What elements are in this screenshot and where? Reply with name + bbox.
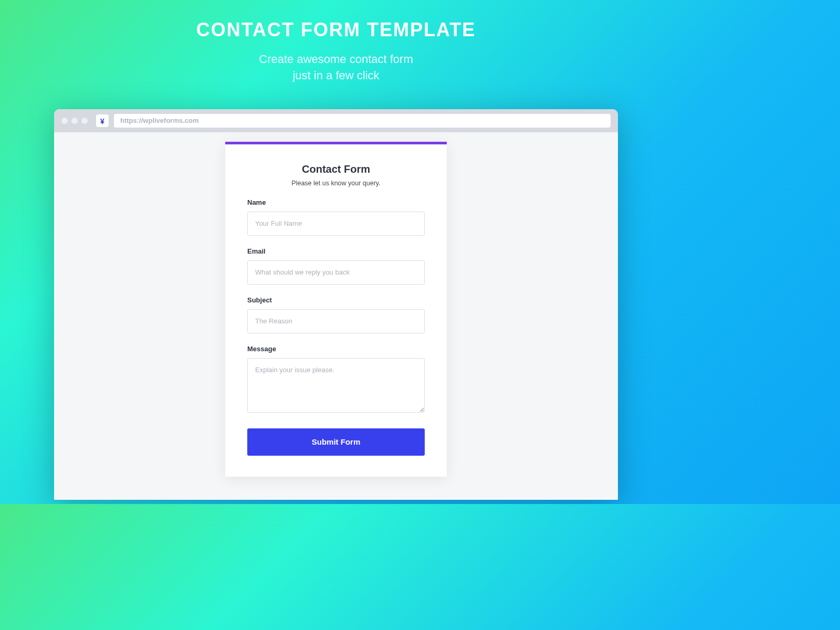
field-name: Name: [247, 198, 425, 236]
hero: CONTACT FORM TEMPLATE Create awesome con…: [0, 0, 672, 84]
label-message: Message: [247, 345, 425, 353]
address-bar[interactable]: [114, 114, 611, 128]
field-email: Email: [247, 247, 425, 285]
field-subject: Subject: [247, 296, 425, 333]
form-subtitle: Please let us know your query.: [247, 180, 425, 187]
hero-title: CONTACT FORM TEMPLATE: [0, 19, 672, 41]
browser-window: ¥ Contact Form Please let us know your q…: [54, 109, 618, 500]
input-message[interactable]: [247, 358, 425, 413]
form-title: Contact Form: [247, 163, 425, 175]
hero-subtitle: Create awesome contact form just in a fe…: [0, 51, 672, 84]
browser-viewport: Contact Form Please let us know your que…: [54, 132, 618, 500]
favicon: ¥: [96, 114, 109, 127]
window-close-icon[interactable]: [61, 118, 68, 124]
input-email[interactable]: [247, 260, 425, 285]
hero-subtitle-line2: just in a few click: [292, 69, 379, 82]
browser-titlebar: ¥: [54, 109, 618, 132]
input-subject[interactable]: [247, 309, 425, 333]
chevron-down-double-icon: ¥: [100, 118, 104, 125]
window-minimize-icon[interactable]: [71, 118, 78, 124]
label-name: Name: [247, 198, 425, 206]
hero-subtitle-line1: Create awesome contact form: [259, 52, 413, 66]
label-subject: Subject: [247, 296, 425, 304]
window-controls: [61, 118, 88, 124]
field-message: Message: [247, 345, 425, 415]
contact-form-card: Contact Form Please let us know your que…: [225, 142, 447, 477]
window-maximize-icon[interactable]: [81, 118, 88, 124]
label-email: Email: [247, 247, 425, 255]
submit-button[interactable]: Submit Form: [247, 428, 425, 456]
input-name[interactable]: [247, 212, 425, 236]
